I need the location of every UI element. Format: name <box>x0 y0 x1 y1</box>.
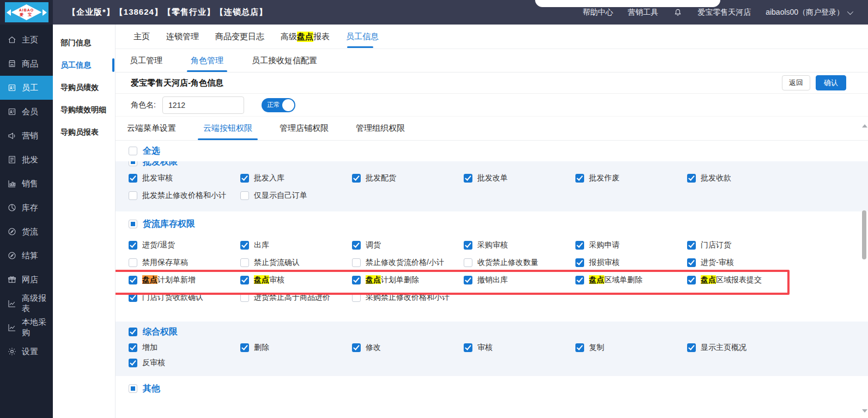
perm-tab-1[interactable]: 云端按钮权限 <box>203 117 252 140</box>
perm-item[interactable]: 采购申请 <box>575 240 687 250</box>
perm-item[interactable]: 批发改单 <box>464 173 575 183</box>
perm-item[interactable]: 盘点区域单删除 <box>575 275 687 285</box>
checkbox[interactable] <box>240 258 249 267</box>
checkbox[interactable] <box>240 241 249 250</box>
perm-item[interactable]: 复制 <box>575 343 687 353</box>
checkbox[interactable] <box>687 174 696 183</box>
scrollbar-thumb[interactable] <box>862 210 866 259</box>
checkbox[interactable] <box>129 258 137 267</box>
checkbox[interactable] <box>129 276 137 284</box>
perm-item[interactable]: 批发配货 <box>352 173 464 183</box>
tab-top-0[interactable]: 主页 <box>133 25 150 49</box>
tab-top-2[interactable]: 商品变更日志 <box>215 25 264 49</box>
sidebar-item-12[interactable]: 本地采购 <box>0 316 53 340</box>
perm-item[interactable]: 报损审核 <box>575 258 687 268</box>
checkbox[interactable] <box>129 293 137 302</box>
perm-item[interactable]: 盘点审核 <box>240 275 352 285</box>
checkbox[interactable] <box>129 241 137 250</box>
checkbox[interactable] <box>129 174 137 183</box>
perm-item[interactable]: 出库 <box>240 240 352 250</box>
tab-sub-2[interactable]: 员工接收短信配置 <box>252 49 317 72</box>
sidebar-item-2[interactable]: 员工 <box>0 76 53 100</box>
checkbox[interactable] <box>240 276 249 284</box>
section-checkbox[interactable] <box>129 328 137 336</box>
scroll-up-arrow-icon[interactable] <box>862 124 867 128</box>
checkbox[interactable] <box>464 241 472 250</box>
checkbox[interactable] <box>464 276 472 284</box>
tab-sub-0[interactable]: 员工管理 <box>130 49 162 72</box>
checkbox[interactable] <box>352 343 361 352</box>
sidebar-item-0[interactable]: 主页 <box>0 28 53 52</box>
perm-item[interactable]: 仅显示自己订单 <box>240 191 352 201</box>
subnav-item-3[interactable]: 导购绩效明细 <box>53 99 115 121</box>
checkbox[interactable] <box>575 343 584 352</box>
sidebar-item-9[interactable]: 结算 <box>0 244 53 268</box>
section-checkbox[interactable] <box>129 161 137 166</box>
checkbox[interactable] <box>687 343 696 352</box>
account-menu[interactable]: aibaols00（商户登录） <box>766 8 852 17</box>
select-all-label[interactable]: 全选 <box>143 146 160 157</box>
perm-item[interactable]: 批发收款 <box>687 173 799 183</box>
perm-item[interactable]: 采购审核 <box>464 240 575 250</box>
checkbox[interactable] <box>575 241 584 250</box>
section-checkbox[interactable] <box>129 220 137 228</box>
perm-item[interactable]: 批发禁止修改价格和小计 <box>129 191 240 201</box>
checkbox[interactable] <box>240 191 249 200</box>
sidebar-item-10[interactable]: 网店 <box>0 268 53 292</box>
perm-item[interactable]: 增加 <box>129 343 240 353</box>
marketing-tools-link[interactable]: 营销工具 <box>628 8 658 17</box>
checkbox[interactable] <box>352 276 361 284</box>
perm-item[interactable]: 门店订货收款确认 <box>129 293 240 302</box>
subnav-item-4[interactable]: 导购员报表 <box>53 121 115 143</box>
perm-item[interactable]: 修改 <box>352 343 464 353</box>
sidebar-item-1[interactable]: 商品 <box>0 52 53 76</box>
checkbox[interactable] <box>129 343 137 352</box>
perm-item[interactable]: 采购禁止修改价格和小计 <box>352 293 464 302</box>
app-logo[interactable]: AIBAO 爱 宝 <box>0 0 53 25</box>
tab-top-3[interactable]: 高级盘点报表 <box>281 25 330 49</box>
checkbox[interactable] <box>352 174 361 183</box>
sidebar-item-5[interactable]: 批发 <box>0 148 53 172</box>
perm-item[interactable]: 进货/退货 <box>129 240 240 250</box>
sidebar-item-8[interactable]: 货流 <box>0 220 53 244</box>
back-button[interactable]: 返回 <box>782 75 810 90</box>
checkbox[interactable] <box>240 293 249 302</box>
perm-item[interactable]: 批发入库 <box>240 173 352 183</box>
checkbox[interactable] <box>352 258 361 267</box>
subnav-item-1[interactable]: 员工信息 <box>53 54 115 76</box>
checkbox[interactable] <box>575 276 584 284</box>
sidebar-item-6[interactable]: 销售 <box>0 172 53 196</box>
tab-top-1[interactable]: 连锁管理 <box>166 25 199 49</box>
role-name-input[interactable] <box>162 96 244 114</box>
checkbox[interactable] <box>129 359 137 367</box>
perm-item[interactable]: 收货禁止修改数量 <box>464 258 575 268</box>
checkbox[interactable] <box>687 258 696 267</box>
confirm-button[interactable]: 确认 <box>816 75 846 90</box>
perm-item[interactable]: 撤销出库 <box>464 275 575 285</box>
sidebar-item-11[interactable]: 高级报表 <box>0 292 53 316</box>
checkbox[interactable] <box>575 258 584 267</box>
sidebar-item-7[interactable]: 库存 <box>0 196 53 220</box>
checkbox[interactable] <box>464 343 472 352</box>
scroll-down-arrow-icon[interactable] <box>862 409 867 413</box>
perm-item[interactable]: 进货-审核 <box>687 258 799 268</box>
help-center-link[interactable]: 帮助中心 <box>582 8 613 17</box>
checkbox[interactable] <box>240 343 249 352</box>
checkbox[interactable] <box>464 258 472 267</box>
perm-item[interactable]: 盘点区域报表提交 <box>687 275 799 285</box>
perm-item[interactable]: 显示主页概况 <box>687 343 799 353</box>
checkbox[interactable] <box>464 174 472 183</box>
vertical-scrollbar[interactable] <box>861 124 867 413</box>
checkbox[interactable] <box>575 174 584 183</box>
subnav-item-0[interactable]: 部门信息 <box>53 32 115 54</box>
perm-item[interactable]: 禁用保存草稿 <box>129 258 240 268</box>
sidebar-item-4[interactable]: 营销 <box>0 124 53 148</box>
perm-item[interactable]: 禁止修改货流价格/小计 <box>352 258 464 268</box>
checkbox[interactable] <box>687 276 696 284</box>
perm-item[interactable]: 盘点计划单删除 <box>352 275 464 285</box>
sidebar-item-13[interactable]: 设置 <box>0 340 53 364</box>
subnav-item-2[interactable]: 导购员绩效 <box>53 76 115 99</box>
perm-tab-0[interactable]: 云端菜单设置 <box>127 117 176 140</box>
perm-tab-2[interactable]: 管理店铺权限 <box>280 117 329 140</box>
section-checkbox[interactable] <box>129 384 137 393</box>
